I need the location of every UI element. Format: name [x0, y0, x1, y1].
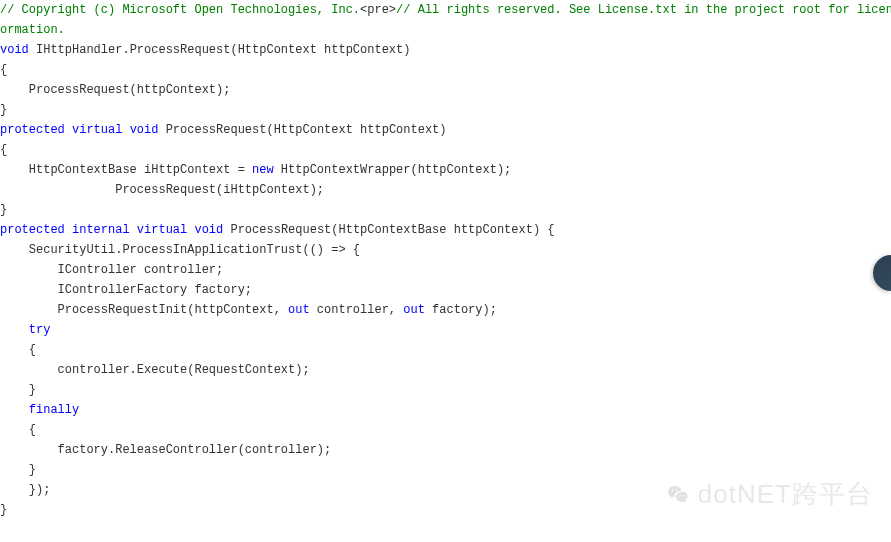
code-token: virtual [72, 123, 122, 137]
code-line: IController controller; [0, 260, 891, 280]
code-token: { [0, 63, 7, 77]
code-token: }); [0, 483, 50, 497]
code-line: finally [0, 400, 891, 420]
code-token: virtual [137, 223, 187, 237]
code-token: ProcessRequest(HttpContextBase httpConte… [223, 223, 554, 237]
code-token: <pre> [360, 3, 396, 17]
code-line: controller.Execute(RequestContext); [0, 360, 891, 380]
code-token: } [0, 103, 7, 117]
code-token: controller, [310, 303, 404, 317]
code-token [122, 123, 129, 137]
code-line: }); [0, 480, 891, 500]
code-token: out [403, 303, 425, 317]
code-token: protected [0, 123, 65, 137]
code-token: ProcessRequest(HttpContext httpContext) [158, 123, 446, 137]
code-line: protected internal virtual void ProcessR… [0, 220, 891, 240]
code-line: ProcessRequestInit(httpContext, out cont… [0, 300, 891, 320]
code-token: ProcessRequest(httpContext); [0, 83, 230, 97]
code-token: IController controller; [0, 263, 223, 277]
code-token: void [130, 123, 159, 137]
code-token: { [0, 343, 36, 357]
code-token: // All rights reserved. See License.txt … [396, 3, 891, 17]
code-token: new [252, 163, 274, 177]
code-line: protected virtual void ProcessRequest(Ht… [0, 120, 891, 140]
code-line: factory.ReleaseController(controller); [0, 440, 891, 460]
code-line: IControllerFactory factory; [0, 280, 891, 300]
code-token: controller.Execute(RequestContext); [0, 363, 310, 377]
code-token: HttpContextWrapper(httpContext); [274, 163, 512, 177]
code-token: SecurityUtil.ProcessInApplicationTrust((… [0, 243, 360, 257]
code-line: { [0, 420, 891, 440]
code-line: } [0, 460, 891, 480]
code-line: void IHttpHandler.ProcessRequest(HttpCon… [0, 40, 891, 60]
code-token: { [0, 423, 36, 437]
code-token: void [194, 223, 223, 237]
code-line: { [0, 140, 891, 160]
code-token [65, 123, 72, 137]
code-token: out [288, 303, 310, 317]
code-line: } [0, 380, 891, 400]
code-line: { [0, 60, 891, 80]
code-line: try [0, 320, 891, 340]
code-token: } [0, 203, 7, 217]
code-line: ProcessRequest(httpContext); [0, 80, 891, 100]
code-line: } [0, 500, 891, 520]
code-token: factory); [425, 303, 497, 317]
code-token: finally [0, 403, 79, 417]
code-block: // Copyright (c) Microsoft Open Technolo… [0, 0, 891, 520]
code-line: } [0, 100, 891, 120]
code-token: internal [72, 223, 130, 237]
code-token: void [0, 43, 29, 57]
code-token: HttpContextBase iHttpContext = [0, 163, 252, 177]
code-token: } [0, 463, 36, 477]
code-token: ProcessRequest(iHttpContext); [0, 183, 324, 197]
code-token: ProcessRequestInit(httpContext, [0, 303, 288, 317]
code-token: { [0, 143, 7, 157]
code-token: try [0, 323, 50, 337]
code-token: IHttpHandler.ProcessRequest(HttpContext … [29, 43, 411, 57]
code-token: IControllerFactory factory; [0, 283, 252, 297]
code-token: factory.ReleaseController(controller); [0, 443, 331, 457]
code-line: } [0, 200, 891, 220]
code-line: HttpContextBase iHttpContext = new HttpC… [0, 160, 891, 180]
code-line: ormation. [0, 20, 891, 40]
code-line: { [0, 340, 891, 360]
code-line: // Copyright (c) Microsoft Open Technolo… [0, 0, 891, 20]
code-line: SecurityUtil.ProcessInApplicationTrust((… [0, 240, 891, 260]
code-token: // Copyright (c) Microsoft Open Technolo… [0, 3, 360, 17]
code-token: } [0, 503, 7, 517]
code-token [130, 223, 137, 237]
code-token: protected [0, 223, 65, 237]
code-line: ProcessRequest(iHttpContext); [0, 180, 891, 200]
code-token: ormation. [0, 23, 65, 37]
code-token: } [0, 383, 36, 397]
code-token [65, 223, 72, 237]
